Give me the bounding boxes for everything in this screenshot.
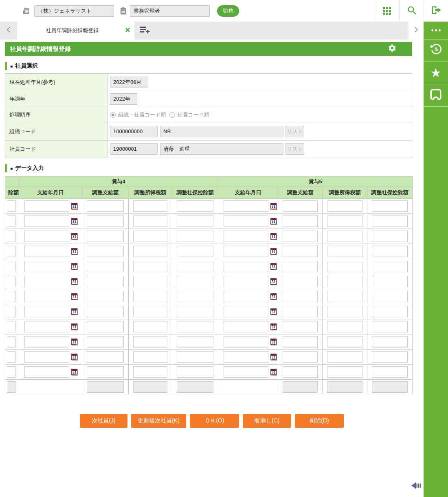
- tab-close-button[interactable]: [125, 27, 130, 34]
- pay-date-input[interactable]: [224, 261, 268, 272]
- adj-income-tax-input[interactable]: [327, 336, 362, 347]
- adj-social-ins-input[interactable]: [177, 306, 213, 317]
- adj-pay-input[interactable]: [87, 351, 124, 363]
- adj-pay-input[interactable]: [87, 231, 124, 242]
- calendar-icon[interactable]: 31: [71, 233, 77, 240]
- adj-income-tax-input[interactable]: [133, 336, 167, 347]
- adj-income-tax-input[interactable]: [327, 366, 362, 378]
- adj-income-tax-input[interactable]: [327, 246, 362, 257]
- adj-pay-input[interactable]: [283, 246, 318, 257]
- adj-social-ins-input[interactable]: [177, 200, 213, 212]
- clipped-input[interactable]: [7, 231, 15, 242]
- adj-pay-input[interactable]: [283, 306, 318, 317]
- pay-date-input[interactable]: [224, 276, 268, 287]
- pay-date-input[interactable]: [224, 216, 268, 227]
- adj-pay-input[interactable]: [87, 291, 124, 302]
- adj-social-ins-input[interactable]: [177, 366, 213, 378]
- adj-income-tax-input[interactable]: [133, 276, 167, 287]
- pay-date-input[interactable]: [24, 351, 69, 363]
- calendar-icon[interactable]: 31: [71, 369, 77, 375]
- calendar-icon[interactable]: 31: [270, 233, 277, 240]
- adj-social-ins-input[interactable]: [177, 216, 213, 227]
- update-next-employee-button[interactable]: 更新後次社員(K): [131, 414, 186, 428]
- calendar-icon[interactable]: 31: [270, 339, 277, 345]
- adj-income-tax-input[interactable]: [133, 291, 167, 302]
- clipped-input[interactable]: [7, 366, 15, 378]
- adj-social-ins-input[interactable]: [177, 276, 213, 287]
- calendar-icon[interactable]: 31: [71, 293, 77, 300]
- pay-date-input[interactable]: [24, 216, 69, 227]
- adj-pay-input[interactable]: [283, 336, 318, 347]
- adj-pay-input[interactable]: [87, 216, 124, 227]
- adj-income-tax-input[interactable]: [327, 261, 362, 272]
- calendar-icon[interactable]: 31: [71, 354, 77, 360]
- clipped-input[interactable]: [7, 246, 15, 257]
- calendar-icon[interactable]: 31: [270, 278, 277, 285]
- switch-button[interactable]: 切替: [217, 5, 239, 17]
- adj-pay-input[interactable]: [283, 276, 318, 287]
- adj-pay-input[interactable]: [283, 200, 318, 212]
- pay-date-input[interactable]: [224, 366, 268, 378]
- calendar-icon[interactable]: 31: [270, 354, 277, 360]
- adj-social-ins-input[interactable]: [177, 351, 213, 363]
- adj-pay-input[interactable]: [283, 216, 318, 227]
- adj-pay-input[interactable]: [283, 261, 318, 272]
- adj-income-tax-input[interactable]: [133, 246, 167, 257]
- adj-social-ins-input[interactable]: [372, 321, 408, 332]
- clipped-input[interactable]: [7, 216, 15, 227]
- adj-social-ins-input[interactable]: [177, 336, 213, 347]
- calendar-icon[interactable]: 31: [270, 203, 277, 209]
- adj-pay-input[interactable]: [87, 366, 124, 378]
- clipped-input[interactable]: [7, 200, 15, 212]
- adj-social-ins-input[interactable]: [177, 231, 213, 242]
- add-tab-button[interactable]: [134, 22, 155, 40]
- tab-scroll-right-button[interactable]: [408, 22, 424, 40]
- adj-pay-input[interactable]: [87, 306, 124, 317]
- adj-social-ins-input[interactable]: [372, 336, 408, 347]
- adj-income-tax-input[interactable]: [133, 200, 167, 212]
- adj-income-tax-input[interactable]: [327, 351, 362, 363]
- clipped-input[interactable]: [7, 321, 15, 332]
- pay-date-input[interactable]: [224, 306, 268, 317]
- search-button[interactable]: [399, 0, 424, 22]
- pay-date-input[interactable]: [224, 246, 268, 257]
- pay-date-input[interactable]: [24, 231, 69, 242]
- calendar-icon[interactable]: 31: [270, 369, 277, 375]
- sidebar-favorites-button[interactable]: ★: [424, 62, 448, 84]
- adj-social-ins-input[interactable]: [372, 351, 408, 363]
- clipped-input[interactable]: [7, 291, 15, 302]
- adj-income-tax-input[interactable]: [327, 276, 362, 287]
- pay-date-input[interactable]: [24, 200, 69, 212]
- adj-income-tax-input[interactable]: [327, 200, 362, 212]
- adj-social-ins-input[interactable]: [372, 291, 408, 302]
- adj-social-ins-input[interactable]: [372, 246, 408, 257]
- adj-income-tax-input[interactable]: [327, 216, 362, 227]
- adj-income-tax-input[interactable]: [133, 231, 167, 242]
- next-employee-button[interactable]: 次社員(J): [80, 414, 127, 428]
- sidebar-inbox-button[interactable]: [424, 84, 448, 107]
- calendar-icon[interactable]: 31: [71, 278, 77, 285]
- adj-income-tax-input[interactable]: [133, 216, 167, 227]
- adj-income-tax-input[interactable]: [327, 306, 362, 317]
- adj-social-ins-input[interactable]: [177, 321, 213, 332]
- calendar-icon[interactable]: 31: [71, 339, 77, 345]
- pay-date-input[interactable]: [224, 351, 268, 363]
- pay-date-input[interactable]: [24, 246, 69, 257]
- pay-date-input[interactable]: [24, 291, 69, 302]
- calendar-icon[interactable]: 31: [71, 203, 77, 209]
- app-menu-button[interactable]: [375, 0, 399, 22]
- pay-date-input[interactable]: [24, 336, 69, 347]
- pay-date-input[interactable]: [224, 321, 268, 332]
- calendar-icon[interactable]: 31: [270, 263, 277, 270]
- cancel-button[interactable]: 取消し(C): [243, 414, 291, 428]
- adj-pay-input[interactable]: [283, 366, 318, 378]
- adj-income-tax-input[interactable]: [133, 321, 167, 332]
- calendar-icon[interactable]: 31: [71, 263, 77, 270]
- calendar-icon[interactable]: 31: [270, 218, 277, 224]
- clipped-input[interactable]: [7, 351, 15, 363]
- tab-scroll-left-button[interactable]: [0, 22, 17, 40]
- adj-income-tax-input[interactable]: [133, 306, 167, 317]
- adj-income-tax-input[interactable]: [133, 351, 167, 363]
- adj-social-ins-input[interactable]: [372, 200, 408, 212]
- adj-income-tax-input[interactable]: [327, 231, 362, 242]
